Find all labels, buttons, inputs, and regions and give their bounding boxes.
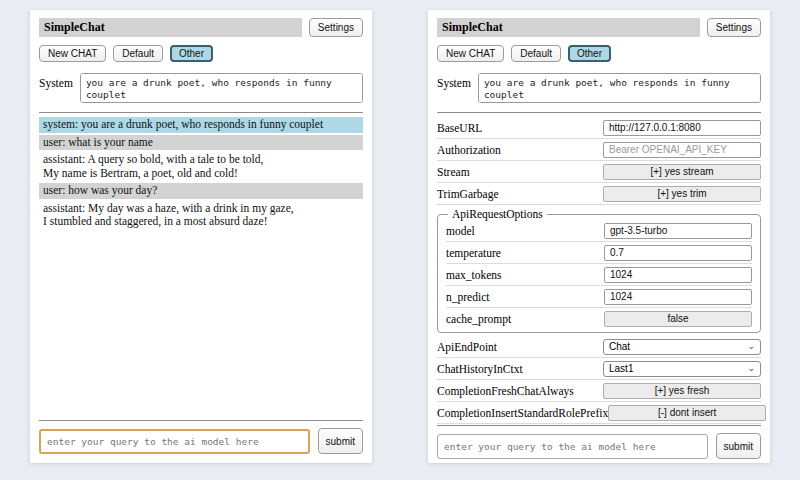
settings-button[interactable]: Settings xyxy=(309,18,363,37)
divider xyxy=(437,379,761,380)
baseurl-input[interactable] xyxy=(603,120,761,136)
submit-button[interactable]: submit xyxy=(716,433,761,459)
divider xyxy=(446,307,752,308)
baseurl-label: BaseURL xyxy=(437,122,482,134)
setting-row-temperature: temperature xyxy=(446,243,752,262)
api-request-options-fieldset: ApiRequestOptions model temperature max_… xyxy=(437,208,761,333)
query-input[interactable] xyxy=(437,434,708,459)
chat-message-list: system: you are a drunk poet, who respon… xyxy=(39,117,363,232)
settings-list: BaseURL Authorization Stream [+] yes str… xyxy=(437,118,761,425)
max-tokens-label: max_tokens xyxy=(446,269,502,281)
cache-prompt-label: cache_prompt xyxy=(446,313,511,325)
authorization-label: Authorization xyxy=(437,144,501,156)
divider xyxy=(39,420,363,421)
setting-row-n-predict: n_predict xyxy=(446,287,752,306)
header: SimpleChat Settings xyxy=(39,18,363,37)
query-input[interactable] xyxy=(39,429,310,454)
chat-panel: SimpleChat Settings New CHAT Default Oth… xyxy=(30,10,372,463)
new-chat-button[interactable]: New CHAT xyxy=(39,45,106,62)
submit-button[interactable]: submit xyxy=(318,428,363,454)
setting-row-max-tokens: max_tokens xyxy=(446,265,752,284)
chathistoryinctxt-select[interactable]: Last1 ⌄ xyxy=(603,361,761,377)
divider xyxy=(437,401,761,402)
session-tab-default[interactable]: Default xyxy=(511,45,561,62)
chathistoryinctxt-selected-value: Last1 xyxy=(609,363,633,374)
n-predict-input[interactable] xyxy=(604,289,752,305)
session-tab-other[interactable]: Other xyxy=(568,45,611,62)
header: SimpleChat Settings xyxy=(437,18,761,37)
trimgarbage-toggle-button[interactable]: [+] yes trim xyxy=(603,186,761,202)
setting-row-cache-prompt: cache_prompt false xyxy=(446,309,752,328)
setting-row-completionfreshchatalways: CompletionFreshChatAlways [+] yes fresh xyxy=(437,381,761,400)
system-prompt-row: System you are a drunk poet, who respond… xyxy=(437,73,761,103)
system-label: System xyxy=(39,73,73,89)
system-label: System xyxy=(437,73,471,89)
temperature-label: temperature xyxy=(446,247,501,259)
divider xyxy=(39,112,363,113)
system-prompt-input[interactable]: you are a drunk poet, who responds in fu… xyxy=(478,73,761,103)
chathistoryinctxt-label: ChatHistoryInCtxt xyxy=(437,363,523,375)
divider xyxy=(437,423,761,424)
divider xyxy=(437,112,761,113)
divider xyxy=(437,182,761,183)
setting-row-chathistoryinctxt: ChatHistoryInCtxt Last1 ⌄ xyxy=(437,359,761,378)
session-tab-default[interactable]: Default xyxy=(113,45,163,62)
chat-message-assistant: assistant: A query so bold, with a tale … xyxy=(39,152,363,181)
stream-toggle-button[interactable]: [+] yes stream xyxy=(603,164,761,180)
new-chat-button[interactable]: New CHAT xyxy=(437,45,504,62)
chat-message-assistant: assistant: My day was a haze, with a dri… xyxy=(39,201,363,230)
query-section: submit xyxy=(437,425,761,460)
api-request-options-legend: ApiRequestOptions xyxy=(448,208,547,220)
temperature-input[interactable] xyxy=(604,245,752,261)
chat-message-user: user: what is your name xyxy=(39,135,363,151)
setting-row-completioninsertstandardroleprefix: CompletionInsertStandardRolePrefix [-] d… xyxy=(437,403,761,422)
cache-prompt-toggle-button[interactable]: false xyxy=(604,311,752,327)
session-toolbar: New CHAT Default Other xyxy=(437,45,761,62)
stream-label: Stream xyxy=(437,166,470,178)
trimgarbage-label: TrimGarbage xyxy=(437,188,499,200)
apiendpoint-select[interactable]: Chat ⌄ xyxy=(603,339,761,355)
session-toolbar: New CHAT Default Other xyxy=(39,45,363,62)
chat-message-user: user: how was your day? xyxy=(39,183,363,199)
settings-button[interactable]: Settings xyxy=(707,18,761,37)
divider xyxy=(437,357,761,358)
setting-row-model: model xyxy=(446,221,752,240)
session-tab-other[interactable]: Other xyxy=(170,45,213,62)
query-section: submit xyxy=(39,420,363,455)
chevron-down-icon: ⌄ xyxy=(747,364,755,373)
setting-row-trimgarbage: TrimGarbage [+] yes trim xyxy=(437,184,761,203)
chat-message-system: system: you are a drunk poet, who respon… xyxy=(39,117,363,133)
max-tokens-input[interactable] xyxy=(604,267,752,283)
model-input[interactable] xyxy=(604,223,752,239)
setting-row-authorization: Authorization xyxy=(437,140,761,159)
divider xyxy=(446,263,752,264)
setting-row-apiendpoint: ApiEndPoint Chat ⌄ xyxy=(437,337,761,356)
completionfreshchatalways-toggle-button[interactable]: [+] yes fresh xyxy=(603,383,761,399)
setting-row-baseurl: BaseURL xyxy=(437,118,761,137)
divider xyxy=(437,204,761,205)
system-prompt-input[interactable]: you are a drunk poet, who responds in fu… xyxy=(80,73,363,103)
completionfreshchatalways-label: CompletionFreshChatAlways xyxy=(437,385,574,397)
completioninsertstandardroleprefix-toggle-button[interactable]: [-] dont insert xyxy=(608,405,766,421)
divider xyxy=(437,160,761,161)
completioninsertstandardroleprefix-label: CompletionInsertStandardRolePrefix xyxy=(437,407,608,419)
divider xyxy=(437,138,761,139)
apiendpoint-label: ApiEndPoint xyxy=(437,341,497,353)
divider xyxy=(437,425,761,426)
system-prompt-row: System you are a drunk poet, who respond… xyxy=(39,73,363,103)
setting-row-stream: Stream [+] yes stream xyxy=(437,162,761,181)
model-label: model xyxy=(446,225,475,237)
settings-panel: SimpleChat Settings New CHAT Default Oth… xyxy=(428,10,770,463)
chevron-down-icon: ⌄ xyxy=(747,342,755,351)
app-title: SimpleChat xyxy=(437,18,700,37)
authorization-input[interactable] xyxy=(603,142,761,158)
divider xyxy=(446,285,752,286)
app-title: SimpleChat xyxy=(39,18,302,37)
n-predict-label: n_predict xyxy=(446,291,489,303)
apiendpoint-selected-value: Chat xyxy=(609,341,630,352)
divider xyxy=(446,241,752,242)
